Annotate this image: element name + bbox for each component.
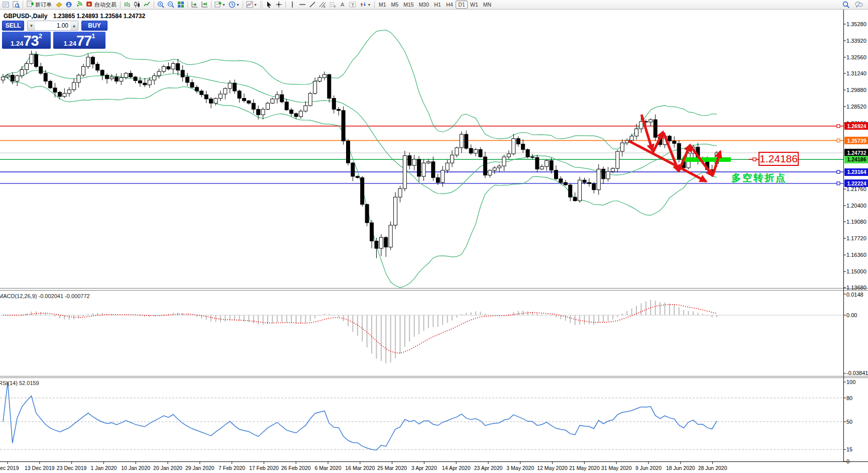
date-label: 17 Feb 2020 [249, 465, 279, 471]
rsi-axis-tick: 15 [846, 446, 852, 452]
price-level-tag: 1.22224 [844, 179, 868, 187]
price-level-tag: 1.26924 [844, 122, 868, 130]
date-label: 9 Jun 2020 [635, 465, 662, 471]
price-annotation-box[interactable]: 1.24186 [758, 152, 799, 166]
one-click-trading-panel: SELL ▼ ▲ BUY 1.24732 1.24771 [2, 21, 108, 49]
volume-input[interactable] [35, 21, 70, 30]
chart-title: GBPUSD-,Daily 1.23865 1.24893 1.23584 1.… [4, 13, 145, 20]
date-label: 1 Jan 2020 [90, 465, 117, 471]
macd-signal-value: -0.000772 [65, 293, 90, 299]
macd-label: MACD(12,26,9) -0.002041 -0.000772 [0, 293, 90, 299]
buy-price-prefix: 1.24 [64, 40, 76, 47]
buy-price-pip: 1 [91, 32, 95, 40]
date-label: Dec 2019 [0, 465, 19, 471]
date-label: 25 Mar 2020 [377, 465, 407, 471]
date-label: 28 Jun 2020 [698, 465, 727, 471]
date-label: 20 Jan 2020 [153, 465, 182, 471]
date-label: 16 Mar 2020 [345, 465, 375, 471]
rsi-axis-tick: 100 [846, 379, 855, 385]
date-label: 21 May 2020 [569, 465, 600, 471]
date-label: 18 Jun 2020 [666, 465, 695, 471]
sell-price-big: 73 [23, 34, 38, 48]
volume-stepper: ▼ ▲ [27, 21, 78, 31]
macd-axis-tick: 0.0148 [846, 292, 863, 298]
price-axis-tick: 1.19080 [846, 219, 866, 225]
macd-main-value: -0.002041 [38, 293, 63, 299]
sell-price-button[interactable]: 1.24732 [2, 32, 51, 49]
ohlc-values: 1.23865 1.24893 1.23584 1.24732 [53, 13, 146, 20]
sell-button[interactable]: SELL [2, 21, 24, 31]
price-axis-tick: 1.28520 [846, 104, 866, 110]
rsi-axis-tick: 80 [846, 395, 852, 401]
macd-axis-tick: 0.00 [846, 312, 857, 318]
date-label: 12 May 2020 [537, 465, 568, 471]
date-label: 3 May 2020 [506, 465, 534, 471]
rsi-axis-tick: 50 [846, 419, 852, 425]
volume-decrease-button[interactable]: ▼ [28, 21, 35, 30]
date-label: 23 Dec 2019 [57, 465, 87, 471]
date-label: 6 Mar 2020 [314, 465, 341, 471]
sell-price-prefix: 1.24 [11, 40, 23, 47]
date-label: 23 Apr 2020 [474, 465, 503, 471]
macd-axis-tick: -0.038415 [846, 370, 868, 376]
price-axis-tick: 1.35280 [846, 21, 866, 27]
date-label: 29 Jan 2020 [185, 465, 214, 471]
price-level-tag: 1.23164 [844, 168, 868, 176]
price-axis-tick: 1.33920 [846, 38, 866, 44]
date-label: 13 Dec 2019 [25, 465, 55, 471]
chart-canvas[interactable] [0, 0, 868, 473]
date-label: 31 May 2020 [601, 465, 632, 471]
rsi-axis-tick: 0 [846, 458, 849, 464]
price-axis-tick: 1.32560 [846, 54, 866, 60]
price-axis-tick: 1.17720 [846, 235, 866, 241]
buy-button[interactable]: BUY [81, 21, 107, 31]
price-axis-tick: 1.16360 [846, 252, 866, 258]
date-label: 7 Feb 2020 [219, 465, 245, 471]
date-label: 3 Apr 2020 [411, 465, 437, 471]
date-label: 10 Jan 2020 [121, 465, 150, 471]
volume-increase-button[interactable]: ▲ [70, 21, 78, 30]
sell-price-pip: 2 [39, 32, 42, 40]
turning-point-label[interactable]: 多空转折点 [731, 171, 787, 184]
rsi-value: 52.0159 [19, 380, 39, 386]
price-level-tag: 1.24186 [844, 156, 868, 163]
rsi-label: RSI(14) 52.0159 [0, 380, 39, 386]
price-axis-tick: 1.20400 [846, 203, 866, 209]
date-label: 26 Feb 2020 [281, 465, 311, 471]
price-axis-tick: 1.31240 [846, 70, 866, 76]
date-label: 14 Apr 2020 [442, 465, 471, 471]
buy-price-big: 77 [76, 34, 91, 48]
mt4-terminal: 新订单 自动交易 ▼ ▼ ▼ E F A T ▼ [0, 0, 868, 473]
buy-price-button[interactable]: 1.24771 [53, 32, 105, 49]
symbol-period-label: GBPUSD-,Daily [4, 13, 47, 20]
price-level-tag: 1.25739 [844, 137, 868, 144]
price-axis-tick: 1.15000 [846, 268, 866, 274]
price-axis-tick: 1.29880 [846, 87, 866, 93]
price-axis-tick: 1.13680 [846, 285, 866, 291]
